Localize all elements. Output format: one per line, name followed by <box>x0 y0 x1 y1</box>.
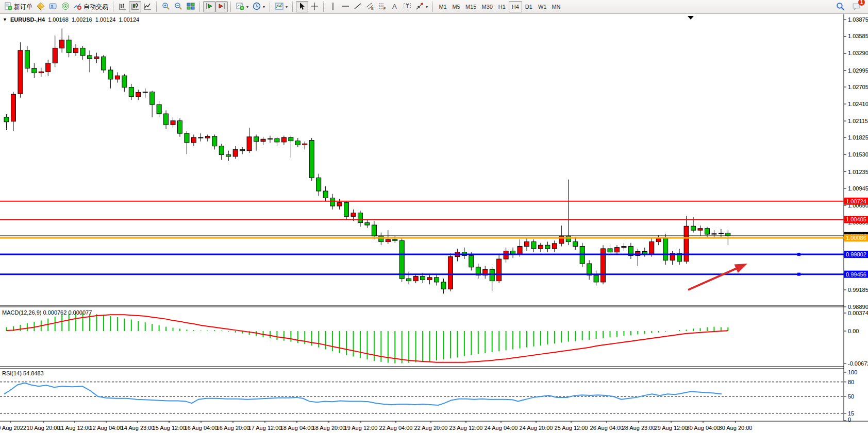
crosshair-button[interactable] <box>308 1 321 12</box>
candle-body <box>531 242 536 249</box>
signals-button[interactable] <box>59 1 72 12</box>
candle-body <box>164 114 169 125</box>
candle-body <box>129 88 133 97</box>
chart-shift-button[interactable] <box>215 1 228 12</box>
tile-windows-icon <box>187 2 195 11</box>
collapse-arrow-icon[interactable]: ▼ <box>3 17 7 22</box>
date-tick-label: 19 Aug 12:00 <box>344 425 378 431</box>
arrows-tool-button[interactable]: ▾ <box>413 1 430 12</box>
timeframe-MN[interactable]: MN <box>549 1 563 12</box>
horizontal-line-icon <box>341 2 349 11</box>
date-tick-label: 17 Aug 12:00 <box>248 425 282 431</box>
price-tick-label: 1.02995 <box>848 67 868 74</box>
trend-arrow-annotation[interactable] <box>688 267 741 290</box>
tile-windows-button[interactable] <box>185 1 197 12</box>
candle-body <box>379 236 383 241</box>
candle-body <box>219 146 224 155</box>
candlestick-icon <box>131 2 139 11</box>
candle-body <box>726 233 730 236</box>
candle-body <box>261 139 265 141</box>
zoom-out-button[interactable] <box>172 1 185 12</box>
rsi-tick-label: 15 <box>848 410 854 417</box>
timeframe-M5[interactable]: M5 <box>449 1 463 12</box>
svg-text:A: A <box>392 3 397 10</box>
candle-body <box>413 276 418 281</box>
candlestick-chart-button[interactable] <box>129 1 141 12</box>
candle-body <box>157 105 161 114</box>
candle-body <box>115 76 120 79</box>
search-button[interactable] <box>834 1 847 12</box>
candle-body <box>545 245 550 249</box>
candle-body <box>268 138 272 139</box>
new-order-button[interactable]: 新订单 <box>2 1 35 12</box>
chevron-down-icon: ▾ <box>286 5 288 9</box>
notifications-button[interactable]: 1 <box>850 1 863 12</box>
zoom-out-icon <box>174 2 182 11</box>
candle-body <box>698 229 703 230</box>
rsi-line <box>4 383 722 405</box>
bar-chart-button[interactable] <box>116 1 129 12</box>
line-handle[interactable] <box>797 253 800 256</box>
chevron-down-icon: ▾ <box>246 5 248 9</box>
autotrading-button[interactable]: 自动交易 <box>72 1 110 12</box>
horizontal-line-button[interactable] <box>339 1 352 12</box>
candle-body <box>122 76 127 87</box>
chart-shift-marker-icon[interactable] <box>688 16 694 20</box>
fibonacci-button[interactable]: F <box>376 1 389 12</box>
candle-body <box>448 257 453 289</box>
candle-body <box>275 138 279 142</box>
price-tick-label: 1.03290 <box>848 50 868 56</box>
timeframe-W1[interactable]: W1 <box>536 1 549 12</box>
candle-body <box>684 226 689 261</box>
rsi-tick-label: 50 <box>848 393 854 400</box>
candle-body <box>101 57 106 70</box>
periods-button[interactable]: ▾ <box>251 1 267 12</box>
cursor-button[interactable] <box>296 1 308 12</box>
timeframe-M15[interactable]: M15 <box>463 1 479 12</box>
date-tick-label: 28 Aug 23:00 <box>622 425 656 431</box>
candle-body <box>691 226 696 230</box>
candle-body <box>372 225 376 236</box>
date-tick-label: 14 Aug 23:00 <box>121 425 155 431</box>
indicators-button[interactable]: ▾ <box>234 1 251 12</box>
candle-body <box>66 40 71 53</box>
timeframe-H1[interactable]: H1 <box>495 1 509 12</box>
candle-body <box>559 236 564 244</box>
search-icon <box>836 2 845 12</box>
auto-scroll-button[interactable] <box>203 1 215 12</box>
candle-body <box>337 202 342 206</box>
text-button[interactable]: A <box>389 1 401 12</box>
date-tick-label: 23 Aug 12:00 <box>449 425 483 431</box>
trend-arrow-head[interactable] <box>734 264 747 273</box>
vertical-line-button[interactable] <box>327 1 339 12</box>
candle-body <box>185 133 189 143</box>
rsi-label: RSI(14) 54.8483 <box>2 370 44 376</box>
candle-body <box>427 278 432 280</box>
line-chart-button[interactable] <box>141 1 154 12</box>
timeframe-D1[interactable]: D1 <box>522 1 536 12</box>
timeframe-H4[interactable]: H4 <box>509 1 522 12</box>
text-label-button[interactable]: T <box>401 1 413 12</box>
templates-button[interactable]: ▾ <box>273 1 290 12</box>
candle-body <box>469 255 474 267</box>
candle-body <box>143 92 147 92</box>
date-tick-label: 24 Aug 04:00 <box>485 425 518 431</box>
chart-canvas[interactable]: 1.038751.035851.032901.029951.027051.024… <box>0 14 868 433</box>
candle-body <box>719 233 723 234</box>
timeframe-M1[interactable]: M1 <box>436 1 449 12</box>
market-watch-button[interactable] <box>35 1 47 12</box>
macd-tick-label: 0.00 <box>848 328 859 334</box>
candle-body <box>171 120 175 125</box>
bar-chart-icon <box>119 2 127 11</box>
trendline-button[interactable] <box>352 1 364 12</box>
mt4-window: 新订单 自动交易 <box>0 0 868 433</box>
candle-body <box>309 141 314 178</box>
open-value: 1.00168 <box>48 16 69 23</box>
line-handle[interactable] <box>797 273 800 276</box>
navigator-button[interactable] <box>47 1 59 12</box>
chevron-down-icon: ▾ <box>426 5 428 9</box>
timeframe-M30[interactable]: M30 <box>479 1 495 12</box>
equidistant-channel-button[interactable]: E <box>364 1 376 12</box>
zoom-in-button[interactable] <box>160 1 172 12</box>
price-tick-label: 0.99185 <box>848 287 868 293</box>
